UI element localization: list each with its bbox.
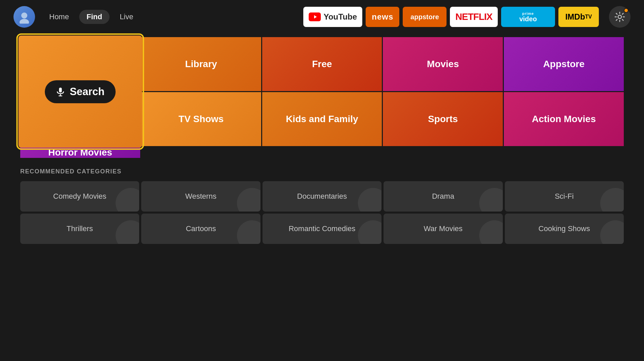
rec-category-cell[interactable]: Westerns: [141, 181, 260, 212]
netflix-label: NETFLIX: [455, 11, 492, 22]
rec-category-cell[interactable]: Cooking Shows: [505, 214, 624, 244]
nav-live[interactable]: Live: [112, 10, 141, 24]
settings-button[interactable]: [609, 6, 631, 28]
horrormovies-label: Horror Movies: [48, 147, 112, 158]
kidsandfamily-label: Kids and Family: [286, 114, 358, 124]
nav-find[interactable]: Find: [79, 10, 110, 24]
tvshows-label: TV Shows: [179, 114, 224, 124]
search-cell[interactable]: Search: [19, 35, 142, 148]
notification-dot: [624, 8, 628, 13]
tvshows-cell[interactable]: TV Shows: [141, 92, 261, 146]
gear-icon: [614, 11, 625, 22]
appstore-label: appstore: [410, 13, 439, 21]
actionmovies-label: Action Movies: [532, 114, 596, 124]
rec-category-cell[interactable]: Drama: [384, 181, 502, 212]
rec-category-cell[interactable]: War Movies: [384, 214, 502, 244]
nav-home[interactable]: Home: [42, 10, 76, 24]
appstore-logo[interactable]: appstore: [403, 7, 447, 27]
library-cell[interactable]: Library: [141, 37, 261, 91]
nav-bar: Home Find Live: [42, 10, 141, 24]
actionmovies-cell[interactable]: Action Movies: [504, 92, 624, 146]
sports-cell[interactable]: Sports: [383, 92, 503, 146]
horrormovies-cell[interactable]: Horror Movies: [20, 147, 140, 158]
recommended-title: RECOMMENDED CATEGORIES: [20, 168, 624, 175]
prime-logo[interactable]: prime video: [501, 7, 555, 27]
svg-point-0: [21, 12, 27, 19]
free-label: Free: [312, 59, 332, 70]
appstore-cell[interactable]: Appstore: [504, 37, 624, 91]
app-logos: YouTube news appstore NETFLIX prime vide…: [303, 7, 599, 27]
svg-point-3: [618, 15, 621, 19]
youtube-logo[interactable]: YouTube: [303, 7, 362, 27]
free-cell[interactable]: Free: [262, 37, 382, 91]
sports-label: Sports: [428, 114, 458, 124]
svg-rect-4: [59, 87, 62, 92]
youtube-label: YouTube: [324, 12, 357, 22]
main-content: Search Library Free Movies Appstore TV S…: [0, 34, 644, 158]
imdb-logo[interactable]: IMDb TV: [558, 7, 599, 27]
recommended-grid: Comedy MoviesWesternsDocumentariesDramaS…: [20, 181, 624, 244]
rec-category-cell[interactable]: Cartoons: [141, 214, 260, 244]
news-logo[interactable]: news: [366, 7, 399, 27]
movies-label: Movies: [427, 59, 459, 70]
microphone-icon: [56, 87, 65, 96]
avatar[interactable]: [13, 6, 35, 28]
movies-cell[interactable]: Movies: [383, 37, 503, 91]
imdb-label: IMDb: [565, 12, 585, 22]
rec-category-cell[interactable]: Thrillers: [20, 214, 139, 244]
kidsandfamily-cell[interactable]: Kids and Family: [262, 92, 382, 146]
svg-point-1: [20, 19, 29, 24]
library-label: Library: [185, 59, 217, 70]
svg-marker-2: [314, 15, 317, 19]
search-label: Search: [70, 86, 104, 98]
rec-category-cell[interactable]: Romantic Comedies: [263, 214, 381, 244]
youtube-icon: [309, 12, 321, 21]
category-grid: Search Library Free Movies Appstore TV S…: [20, 37, 624, 158]
rec-category-cell[interactable]: Documentaries: [263, 181, 381, 212]
prime-label-top: prime: [522, 12, 534, 16]
imdb-tv-label: TV: [585, 14, 592, 20]
header: Home Find Live YouTube news appstore NET…: [0, 0, 644, 34]
rec-category-cell[interactable]: Sci-Fi: [505, 181, 624, 212]
search-pill: Search: [45, 80, 116, 103]
appstore-cell-label: Appstore: [543, 59, 585, 70]
netflix-logo[interactable]: NETFLIX: [450, 7, 498, 27]
news-label: news: [372, 12, 393, 22]
rec-category-cell[interactable]: Comedy Movies: [20, 181, 139, 212]
prime-label-bottom: video: [519, 16, 537, 22]
recommended-section: RECOMMENDED CATEGORIES Comedy MoviesWest…: [0, 158, 644, 244]
